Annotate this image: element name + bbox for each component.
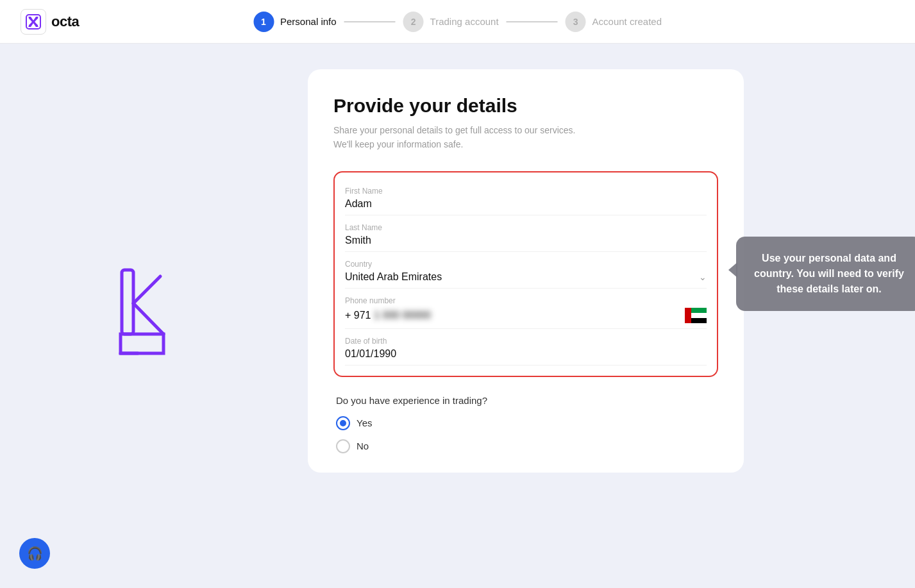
step-3-circle: 3	[566, 12, 586, 32]
dob-label: Date of birth	[345, 337, 707, 346]
support-button[interactable]: 🎧	[19, 538, 50, 569]
radio-yes-outer	[336, 416, 350, 430]
last-name-field[interactable]: Last Name Smith	[345, 215, 707, 252]
experience-section: Do you have experience in trading? Yes N…	[333, 395, 718, 453]
svg-rect-2	[122, 270, 133, 334]
radio-no-label: No	[357, 441, 369, 451]
logo-area: octa	[21, 9, 79, 35]
logo-icon	[21, 9, 46, 35]
step-2-label: Trading account	[430, 16, 499, 27]
header: octa 1 Personal info 2 Trading account 3…	[0, 0, 915, 44]
step-connector-1	[344, 21, 396, 22]
chevron-down-icon: ⌄	[699, 272, 707, 282]
logo-text: octa	[51, 13, 79, 30]
first-name-label: First Name	[345, 187, 707, 196]
step-1-circle: 1	[253, 12, 274, 32]
country-value: United Arab Emirates	[345, 271, 442, 283]
country-field[interactable]: Country United Arab Emirates ⌄	[345, 252, 707, 289]
first-name-field[interactable]: First Name Adam	[345, 179, 707, 215]
uae-flag	[685, 308, 707, 323]
main-layout: Provide your details Share your personal…	[0, 44, 915, 588]
radio-no[interactable]: No	[336, 439, 716, 453]
stepper: 1 Personal info 2 Trading account 3 Acco…	[253, 12, 662, 32]
step-1: 1 Personal info	[253, 12, 337, 32]
radio-group: Yes No	[336, 416, 716, 453]
decorative-icon	[103, 264, 186, 369]
radio-yes-inner	[340, 420, 346, 426]
phone-label: Phone number	[345, 296, 707, 305]
phone-input-row: + 971 1 000 00000	[345, 308, 707, 323]
step-1-label: Personal info	[280, 16, 337, 27]
step-3-label: Account created	[592, 16, 662, 27]
tooltip-bubble: Use your personal data and country. You …	[736, 237, 915, 311]
radio-yes-label: Yes	[357, 417, 372, 428]
last-name-value: Smith	[345, 235, 707, 246]
right-content: Provide your details Share your personal…	[289, 44, 915, 588]
phone-blurred: 1 000 00000	[374, 310, 431, 321]
first-name-value: Adam	[345, 198, 707, 210]
form-subtitle: Share your personal details to get full …	[333, 123, 718, 152]
country-dropdown[interactable]: United Arab Emirates ⌄	[345, 271, 707, 283]
radio-no-outer	[336, 439, 350, 453]
left-sidebar	[0, 44, 289, 588]
radio-yes[interactable]: Yes	[336, 416, 716, 430]
step-connector-2	[507, 21, 558, 22]
form-title: Provide your details	[333, 95, 718, 117]
experience-question: Do you have experience in trading?	[336, 395, 716, 406]
dob-value: 01/01/1990	[345, 348, 707, 360]
phone-field[interactable]: Phone number + 971 1 000 00000	[345, 289, 707, 329]
last-name-label: Last Name	[345, 223, 707, 232]
phone-value: + 971 1 000 00000	[345, 310, 431, 321]
step-2-circle: 2	[403, 12, 424, 32]
form-section: First Name Adam Last Name Smith Country …	[333, 171, 718, 377]
headphones-icon: 🎧	[27, 546, 43, 561]
step-2: 2 Trading account	[403, 12, 499, 32]
step-3: 3 Account created	[566, 12, 662, 32]
dob-field[interactable]: Date of birth 01/01/1990	[345, 329, 707, 365]
svg-rect-7	[685, 308, 691, 323]
country-label: Country	[345, 260, 707, 269]
form-card: Provide your details Share your personal…	[308, 69, 744, 473]
